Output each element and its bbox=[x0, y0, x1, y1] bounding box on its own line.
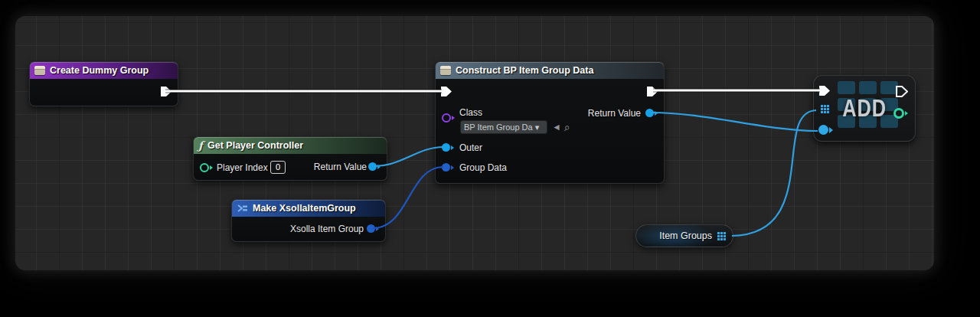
player-index-pin[interactable] bbox=[200, 163, 213, 172]
function-box-icon bbox=[440, 66, 451, 75]
function-icon: ƒ bbox=[198, 140, 203, 151]
node-construct-bp-item-group-data[interactable]: Construct BP Item Group Data Class BP It… bbox=[435, 61, 665, 184]
return-value-label: Return Value bbox=[588, 108, 641, 119]
node-title: Get Player Controller bbox=[207, 140, 303, 151]
node-get-player-controller[interactable]: ƒ Get Player Controller Player Index 0 R… bbox=[193, 136, 387, 181]
node-header[interactable]: ƒ Get Player Controller bbox=[194, 137, 387, 154]
make-struct-icon bbox=[237, 204, 248, 213]
player-index-label: Player Index bbox=[217, 162, 268, 173]
node-title: Construct BP Item Group Data bbox=[456, 65, 593, 76]
return-value-label: Return Value bbox=[314, 162, 367, 172]
outer-pin[interactable] bbox=[442, 143, 454, 152]
exec-input-pin[interactable] bbox=[818, 85, 831, 96]
outer-label: Outer bbox=[459, 142, 482, 153]
exec-input-pin[interactable] bbox=[440, 86, 452, 97]
use-selected-asset-icon[interactable]: ◄ bbox=[552, 123, 561, 132]
class-select-value: BP Item Group Da bbox=[464, 123, 533, 132]
node-create-dummy-group[interactable]: Create Dummy Group bbox=[29, 61, 178, 106]
node-header[interactable]: Make XsollaItemGroup bbox=[232, 200, 385, 217]
exec-output-pin[interactable] bbox=[646, 86, 658, 97]
dropdown-caret-icon: ▾ bbox=[535, 123, 540, 132]
node-header[interactable]: Create Dummy Group bbox=[30, 62, 178, 79]
variable-name: Item Groups bbox=[659, 230, 712, 241]
group-data-label: Group Data bbox=[459, 162, 507, 173]
array-output-pin[interactable] bbox=[717, 232, 726, 240]
node-title: Make XsollaItemGroup bbox=[253, 203, 356, 214]
function-box-icon bbox=[34, 66, 45, 75]
xsolla-item-group-label: Xsolla Item Group bbox=[290, 224, 364, 234]
node-title: Create Dummy Group bbox=[50, 65, 149, 76]
node-item-groups-variable[interactable]: Item Groups bbox=[635, 224, 733, 247]
return-value-pin[interactable] bbox=[645, 109, 658, 117]
exec-output-pin[interactable] bbox=[896, 86, 908, 97]
blueprint-editor: Create Dummy Group ƒ Get Player Controll… bbox=[0, 0, 980, 317]
player-index-input[interactable]: 0 bbox=[270, 161, 286, 174]
class-select[interactable]: BP Item Group Da ▾ bbox=[460, 120, 547, 134]
return-value-pin[interactable] bbox=[368, 162, 381, 171]
new-item-pin[interactable] bbox=[818, 125, 833, 135]
target-array-pin[interactable] bbox=[821, 105, 829, 113]
node-array-add[interactable]: ADD bbox=[813, 75, 916, 142]
node-make-xsolla-item-group[interactable]: Make XsollaItemGroup Xsolla Item Group bbox=[231, 199, 386, 242]
class-label: Class bbox=[459, 107, 482, 118]
xsolla-item-group-pin[interactable] bbox=[367, 224, 379, 233]
class-pin[interactable] bbox=[442, 113, 455, 123]
group-data-pin[interactable] bbox=[442, 163, 454, 172]
browse-asset-icon[interactable]: ⌕ bbox=[564, 122, 570, 132]
node-header[interactable]: Construct BP Item Group Data bbox=[436, 62, 664, 79]
exec-output-pin[interactable] bbox=[160, 86, 172, 97]
index-output-pin[interactable] bbox=[893, 108, 908, 119]
